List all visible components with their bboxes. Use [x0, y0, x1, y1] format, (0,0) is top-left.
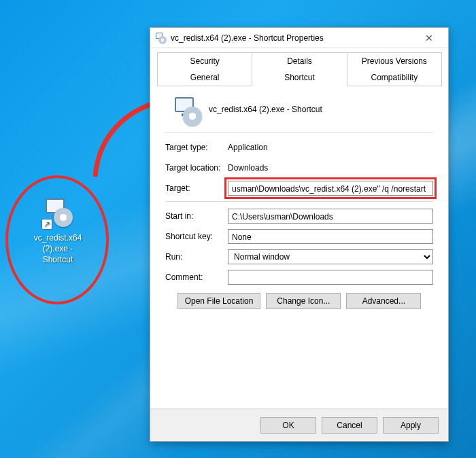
- tab-strip: Security Details Previous Versions Gener…: [150, 48, 448, 86]
- tab-previous-versions[interactable]: Previous Versions: [347, 52, 442, 69]
- shortcut-key-input[interactable]: None: [228, 229, 433, 244]
- desktop-shortcut[interactable]: ↗ vc_redist.x64 (2).exe - Shortcut: [17, 197, 99, 265]
- target-location-label: Target location:: [165, 163, 228, 173]
- target-label: Target:: [165, 183, 228, 193]
- tab-details[interactable]: Details: [252, 52, 347, 69]
- tab-compatibility[interactable]: Compatibility: [347, 69, 442, 86]
- shortcut-app-icon: ↗: [17, 197, 99, 230]
- cancel-button[interactable]: Cancel: [322, 417, 377, 434]
- shortcut-label-line1: vc_redist.x64: [17, 232, 99, 243]
- comment-input[interactable]: [228, 270, 433, 285]
- start-in-input[interactable]: C:\Users\usman\Downloads: [228, 209, 433, 224]
- change-icon-button[interactable]: Change Icon...: [266, 293, 341, 309]
- close-button[interactable]: ✕: [415, 33, 443, 43]
- app-icon: [171, 96, 198, 123]
- advanced-button[interactable]: Advanced...: [346, 293, 421, 309]
- dialog-title: vc_redist.x64 (2).exe - Shortcut Propert…: [171, 33, 415, 43]
- titlebar-app-icon: [156, 33, 167, 43]
- shortcut-label-line2: (2).exe -: [17, 243, 99, 254]
- target-input[interactable]: usman\Downloads\vc_redist.x64 (2).exe" /…: [228, 181, 433, 196]
- dialog-button-bar: OK Cancel Apply: [150, 408, 448, 441]
- tab-content: vc_redist.x64 (2).exe - Shortcut Target …: [150, 86, 448, 316]
- shortcut-label-line3: Shortcut: [17, 254, 99, 265]
- header-label: vc_redist.x64 (2).exe - Shortcut: [209, 105, 322, 114]
- target-type-value: Application: [228, 143, 433, 152]
- target-location-value: Downloads: [228, 163, 433, 173]
- properties-dialog: vc_redist.x64 (2).exe - Shortcut Propert…: [150, 27, 449, 442]
- tab-security[interactable]: Security: [157, 52, 252, 69]
- open-file-location-button[interactable]: Open File Location: [177, 293, 261, 309]
- start-in-label: Start in:: [165, 211, 228, 221]
- comment-label: Comment:: [165, 272, 228, 282]
- run-select[interactable]: Normal window: [228, 249, 433, 264]
- apply-button[interactable]: Apply: [383, 417, 439, 434]
- shortcut-key-label: Shortcut key:: [165, 232, 228, 241]
- ok-button[interactable]: OK: [260, 417, 316, 434]
- target-type-label: Target type:: [165, 143, 228, 152]
- titlebar[interactable]: vc_redist.x64 (2).exe - Shortcut Propert…: [150, 28, 448, 48]
- run-label: Run:: [165, 252, 228, 262]
- tab-shortcut[interactable]: Shortcut: [252, 69, 347, 86]
- tab-general[interactable]: General: [157, 69, 252, 86]
